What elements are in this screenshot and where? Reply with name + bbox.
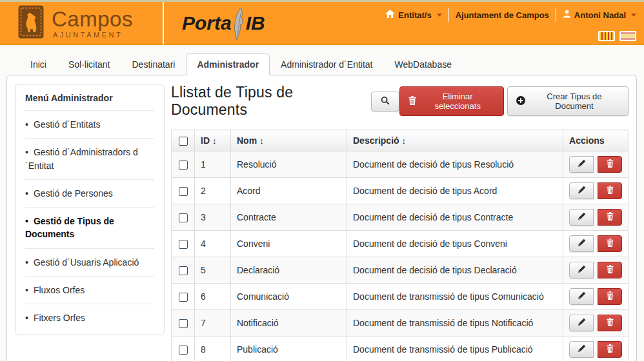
- bullet-icon: •: [25, 188, 28, 199]
- trash-icon: [607, 265, 614, 275]
- tab-administrador-d-entitat[interactable]: Administrador d´Entitat: [270, 54, 383, 75]
- delete-button[interactable]: [598, 288, 622, 305]
- entity-name[interactable]: Ajuntament de Campos: [456, 10, 549, 20]
- entitats-dropdown[interactable]: Entitat/s: [385, 10, 441, 20]
- cell-nom: Publicació: [231, 337, 347, 361]
- sidebar-title: Menú Administrador: [25, 93, 154, 111]
- catalan-flag-icon[interactable]: [598, 31, 615, 41]
- search-button[interactable]: [371, 92, 399, 112]
- sidebar-item-gesti-d-entitats[interactable]: •Gestió d´Entitats: [25, 111, 154, 139]
- row-checkbox[interactable]: [179, 187, 188, 196]
- delete-button[interactable]: [598, 156, 622, 173]
- portafib-logo[interactable]: Porta IB: [164, 2, 265, 44]
- bullet-icon: •: [25, 147, 28, 157]
- edit-button[interactable]: [569, 235, 594, 252]
- edit-button[interactable]: [569, 341, 594, 358]
- tab-label: WebDatabase: [395, 59, 452, 70]
- cell-id: 4: [195, 231, 231, 257]
- content-panel: Menú Administrador •Gestió d´Entitats•Ge…: [6, 75, 637, 361]
- row-checkbox[interactable]: [179, 319, 188, 328]
- delete-button[interactable]: [598, 209, 622, 226]
- bullet-icon: •: [25, 257, 28, 268]
- sidebar-item-label: Fitxers Orfes: [34, 313, 85, 323]
- sidebar-item-label: Gestió de Tipus de Documents: [25, 216, 114, 239]
- delete-button[interactable]: [598, 235, 622, 252]
- sidebar-item-gesti-d-administradors-d-entitat[interactable]: •Gestió d´Administradors d´Entitat: [25, 139, 154, 180]
- admin-menu: Menú Administrador •Gestió d´Entitats•Ge…: [15, 84, 165, 335]
- cell-descripcio: Document de decisió de tipus Conveni: [347, 231, 563, 257]
- plus-circle-icon: [516, 96, 525, 107]
- tab-sol-licitant[interactable]: Sol·licitant: [57, 54, 121, 75]
- table-row: 3 Contracte Document de decisió de tipus…: [172, 204, 629, 231]
- spanish-flag-icon[interactable]: [619, 31, 636, 41]
- sidebar-list: •Gestió d´Entitats•Gestió d´Administrado…: [25, 111, 154, 332]
- delete-button[interactable]: [598, 182, 622, 199]
- trash-icon: [607, 291, 614, 302]
- row-checkbox[interactable]: [179, 293, 188, 302]
- column-header-descripcio[interactable]: Descripció↕: [347, 130, 563, 151]
- table-header-row: ID↕ Nom↕ Descripció↕ Accions: [172, 130, 629, 151]
- tab-label: Administrador d´Entitat: [281, 59, 372, 70]
- sidebar-item-fitxers-orfes[interactable]: •Fitxers Orfes: [25, 304, 154, 331]
- row-checkbox[interactable]: [179, 240, 188, 249]
- cell-id: 5: [195, 257, 231, 284]
- column-header-accions: Accions: [563, 130, 629, 151]
- tab-inici[interactable]: Inici: [19, 54, 57, 75]
- row-checkbox[interactable]: [179, 213, 188, 222]
- campos-crest-icon: [18, 5, 44, 41]
- tab-label: Sol·licitant: [68, 59, 110, 70]
- document-types-table: ID↕ Nom↕ Descripció↕ Accions 1 Resolució…: [171, 130, 629, 361]
- brand-title: Campos: [52, 8, 133, 30]
- column-header-id[interactable]: ID↕: [195, 130, 231, 151]
- main-content: Llistat de Tipus de Documents Eliminar s…: [171, 84, 629, 361]
- cell-nom: Resolució: [231, 151, 347, 178]
- sort-icon: ↕: [259, 136, 264, 146]
- tab-webdatabase[interactable]: WebDatabase: [384, 54, 463, 75]
- delete-button[interactable]: [598, 262, 622, 278]
- edit-button[interactable]: [569, 315, 594, 331]
- row-checkbox[interactable]: [179, 161, 188, 170]
- sidebar-item-gesti-de-persones[interactable]: •Gestió de Persones: [25, 180, 154, 208]
- municipality-logo[interactable]: Campos AJUNTAMENT: [0, 2, 163, 44]
- cell-id: 7: [195, 310, 231, 337]
- cell-descripcio: Document de decisió de tipus Acord: [347, 178, 563, 204]
- chevron-down-icon: [631, 14, 636, 17]
- trash-icon: [607, 239, 614, 249]
- edit-button[interactable]: [569, 182, 594, 199]
- cell-id: 3: [195, 204, 231, 231]
- row-checkbox[interactable]: [179, 266, 188, 275]
- cell-id: 2: [195, 178, 231, 204]
- edit-button[interactable]: [569, 209, 594, 226]
- create-document-type-button[interactable]: Crear Tipus de Document: [507, 86, 629, 116]
- delete-button[interactable]: [598, 315, 622, 331]
- cell-id: 1: [195, 151, 231, 178]
- trash-icon: [408, 96, 416, 107]
- sidebar-item-gesti-de-tipus-de-documents[interactable]: •Gestió de Tipus de Documents: [25, 208, 154, 249]
- row-checkbox[interactable]: [179, 346, 188, 355]
- sidebar-item-label: Gestió de Persones: [34, 188, 113, 199]
- sidebar-item-fluxos-orfes[interactable]: •Fluxos Orfes: [25, 277, 154, 304]
- sidebar-item-gesti-d-usuaris-aplicaci[interactable]: •Gestió d´Usuaris Aplicació: [25, 249, 154, 277]
- home-icon: [385, 10, 395, 20]
- user-dropdown[interactable]: Antoni Nadal: [563, 10, 636, 20]
- cell-descripcio: Document de decisió de tipus Declaració: [347, 257, 563, 284]
- table-row: 1 Resolució Document de decisió de tipus…: [172, 151, 629, 178]
- select-all-checkbox[interactable]: [179, 137, 188, 146]
- delete-selected-button[interactable]: Eliminar seleccionats: [399, 86, 503, 116]
- delete-button[interactable]: [598, 341, 622, 358]
- edit-button[interactable]: [569, 288, 594, 305]
- cell-nom: Declaració: [231, 257, 347, 284]
- applogo-part2: IB: [246, 12, 265, 34]
- sidebar-item-label: Gestió d´Entitats: [34, 119, 101, 130]
- bullet-icon: •: [25, 216, 28, 226]
- tab-destinatari[interactable]: Destinatari: [121, 54, 186, 75]
- applogo-part1: Porta: [182, 12, 232, 34]
- column-header-nom[interactable]: Nom↕: [231, 130, 347, 151]
- tab-administrador[interactable]: Administrador: [186, 54, 270, 75]
- edit-button[interactable]: [569, 262, 594, 278]
- edit-button[interactable]: [569, 156, 594, 173]
- table-row: 4 Conveni Document de decisió de tipus C…: [172, 231, 629, 257]
- bullet-icon: •: [25, 119, 28, 130]
- cell-nom: Conveni: [231, 231, 347, 257]
- table-body: 1 Resolució Document de decisió de tipus…: [172, 151, 629, 361]
